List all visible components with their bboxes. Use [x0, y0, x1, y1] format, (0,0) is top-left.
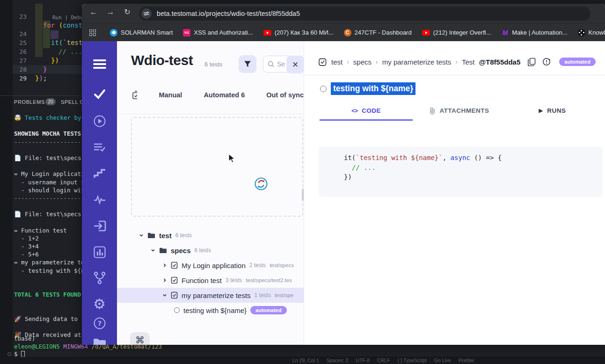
- codelens-run-debug[interactable]: Run | Debug: [52, 15, 87, 21]
- solarman-icon: [110, 29, 117, 36]
- tree-test-item[interactable]: testing with ${name} automated: [117, 303, 304, 318]
- filter-button[interactable]: [239, 55, 256, 73]
- test-title-row: testing with ${name}: [320, 82, 415, 95]
- status-eol[interactable]: CRLF: [377, 357, 390, 363]
- chevron-down-icon[interactable]: [162, 293, 167, 298]
- browser-toolbar: ← → ↻ beta.testomat.io/projects/wdio-tes…: [82, 4, 605, 23]
- tree-suite-function-test[interactable]: Function test 3 tests test/specs/test2.t…: [117, 273, 304, 288]
- tree-suite-my-parameterize-tests[interactable]: my parameterize tests 1 tests test/spe: [117, 288, 304, 303]
- chevron-down-icon[interactable]: [139, 233, 144, 238]
- automated-badge: automated: [559, 58, 596, 66]
- automated-badge: automated: [250, 306, 287, 314]
- bookmark-247ctf[interactable]: C 247CTF - Dashboard: [344, 29, 412, 36]
- screen: 23 for (const Run | Debug 24 it(`test 25…: [0, 0, 605, 364]
- back-icon[interactable]: ←: [87, 7, 100, 17]
- tests-count: 6 tests: [204, 61, 222, 68]
- help-icon[interactable]: ?: [82, 316, 117, 330]
- mouse-cursor: [228, 153, 236, 163]
- divider: [304, 75, 605, 75]
- tab-spell-checker[interactable]: SPELL C: [61, 99, 84, 105]
- tab-runs[interactable]: ▶ RUNS: [506, 102, 599, 121]
- analytics-chart-icon[interactable]: [82, 245, 117, 259]
- forward-icon[interactable]: →: [104, 7, 117, 17]
- branch-icon[interactable]: [82, 271, 117, 285]
- runs-play-icon[interactable]: [82, 114, 117, 128]
- youtube-icon: [263, 30, 271, 36]
- tests-check-icon[interactable]: [82, 87, 117, 101]
- url-text[interactable]: beta.testomat.io/projects/wdio-test/test…: [157, 10, 300, 17]
- select-all-icon[interactable]: [132, 91, 137, 99]
- suite-doc-icon: [171, 277, 178, 284]
- youtube-icon: [422, 30, 430, 36]
- code-brackets-icon: <>: [351, 107, 357, 114]
- tree-folder-test[interactable]: test 6 tests: [117, 228, 304, 243]
- tree-suite-my-login[interactable]: My Login application 2 tests test/specs: [117, 258, 304, 273]
- apps-grid-icon[interactable]: [89, 29, 96, 36]
- tests-panel: Wdio-test 6 tests ✕ Manual Automated 6 O…: [117, 41, 304, 345]
- menu-hamburger-icon[interactable]: [82, 57, 117, 71]
- breadcrumb-test[interactable]: test: [331, 58, 343, 66]
- status-spaces[interactable]: Spaces: 2: [327, 357, 349, 363]
- settings-gear-icon[interactable]: ⚙: [82, 297, 117, 311]
- command-palette-button[interactable]: ⌘: [130, 332, 150, 345]
- status-language[interactable]: { } TypeScript: [398, 357, 427, 363]
- chevron-right-icon[interactable]: [162, 263, 167, 268]
- status-line-col[interactable]: Ln 29, Col 1: [292, 357, 319, 363]
- tab-automated[interactable]: Automated 6: [204, 91, 245, 99]
- plans-list-icon[interactable]: [82, 140, 117, 154]
- breadcrumb-suite[interactable]: my parameterize tests: [382, 58, 452, 66]
- tab-out-of-sync[interactable]: Out of sync: [266, 91, 304, 99]
- suite-doc-icon: [171, 262, 178, 269]
- sync-status-icon[interactable]: [542, 57, 551, 66]
- bookmark-youtube-212[interactable]: (212) Integer Overfl...: [422, 29, 491, 36]
- suite-doc-icon: [171, 291, 178, 299]
- tab-code[interactable]: <> CODE: [320, 102, 413, 121]
- reload-icon[interactable]: ↻: [121, 7, 133, 16]
- test-title[interactable]: testing with ${name}: [331, 82, 415, 95]
- paperclip-icon: [429, 107, 435, 115]
- vscode-status-bar[interactable]: Ln 29, Col 1 Spaces: 2 UTF-8 CRLF { } Ty…: [0, 357, 605, 364]
- chevron-right-icon[interactable]: [162, 278, 167, 283]
- test-status-circle: [320, 86, 327, 92]
- detail-tabs: <> CODE ATTACHMENTS ▶ RUNS: [320, 102, 599, 121]
- folder-icon: [159, 247, 167, 254]
- tune-icon[interactable]: [141, 8, 152, 19]
- status-go-live[interactable]: Go Live: [434, 357, 451, 363]
- bookmark-solarman[interactable]: SOLARMAN Smart: [110, 29, 173, 36]
- test-id[interactable]: @T8f55dda5: [479, 58, 520, 66]
- tab-manual[interactable]: Manual: [159, 91, 182, 99]
- bookmark-xss[interactable]: h1 XSS and Authorizati...: [183, 29, 253, 36]
- folder-icon[interactable]: [82, 336, 117, 345]
- funnel-icon: [244, 60, 251, 68]
- status-encoding[interactable]: UTF-8: [356, 357, 370, 363]
- bookmark-youtube-207[interactable]: (207) Как За 60 МИ...: [263, 29, 334, 36]
- breadcrumb-specs[interactable]: specs: [353, 58, 372, 66]
- tree-folder-specs[interactable]: specs 6 tests: [117, 243, 304, 258]
- page-content: ⚙ ? Wdio-test 6 tests: [82, 41, 605, 345]
- milestones-steps-icon[interactable]: [82, 167, 117, 181]
- copy-icon[interactable]: [527, 58, 536, 66]
- tabs-divider: [117, 114, 304, 114]
- address-bar[interactable]: beta.testomat.io/projects/wdio-test/test…: [139, 7, 590, 21]
- chevron-down-icon[interactable]: [151, 248, 155, 253]
- terminal-indicator-dot: [7, 352, 11, 356]
- bookmark-make[interactable]: M Make | Automation...: [501, 29, 567, 36]
- play-icon: ▶: [539, 108, 543, 114]
- make-icon: M: [501, 29, 509, 36]
- bookmark-knowledge[interactable]: Knowledge assistan...: [578, 29, 605, 36]
- pulse-activity-icon[interactable]: [82, 193, 117, 207]
- test-status-circle: [174, 307, 180, 313]
- 247ctf-icon: C: [344, 29, 351, 36]
- loading-spinner: [254, 177, 268, 191]
- app-sidebar: ⚙ ?: [82, 41, 117, 345]
- tab-attachments[interactable]: ATTACHMENTS: [413, 102, 506, 121]
- status-prettier[interactable]: Prettier: [459, 357, 474, 363]
- import-icon[interactable]: [82, 219, 117, 233]
- code-snippet[interactable]: it(`testing with ${name}`, async () => {…: [319, 146, 603, 182]
- breadcrumb: test › specs › my parameterize tests › T…: [318, 57, 600, 66]
- close-search-button[interactable]: ✕: [286, 56, 304, 73]
- dropzone[interactable]: [131, 117, 303, 217]
- tab-problems[interactable]: PROBLEMS: [14, 99, 45, 105]
- terminal-user: eleon@LEGION5: [14, 343, 60, 350]
- knowledge-icon: [578, 29, 585, 36]
